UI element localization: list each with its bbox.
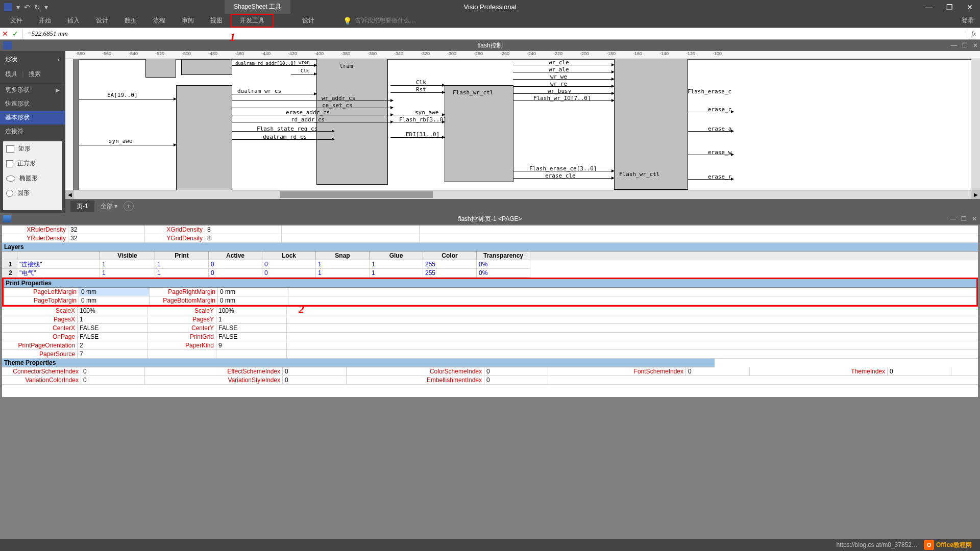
label: wr_cle [549, 59, 569, 66]
sub-minimize-icon[interactable]: — [950, 215, 956, 222]
label: wr_busy [548, 88, 571, 94]
save-icon[interactable]: ▾ [16, 3, 20, 11]
tell-me[interactable]: 💡 告诉我您想要做什么... [343, 16, 415, 25]
quick-shapes[interactable]: 快速形状 [0, 97, 65, 111]
ribbon: 文件 开始 插入 设计 数据 流程 审阅 视图 开发工具 设计 💡 告诉我您想要… [0, 14, 980, 28]
basic-shapes[interactable]: 基本形状 [0, 111, 65, 124]
block[interactable] [181, 60, 232, 75]
close-icon[interactable]: ✕ [960, 0, 980, 14]
collapse-icon[interactable]: ‹ [58, 56, 60, 63]
section-layers[interactable]: Layers [2, 243, 978, 252]
scroll-right-icon[interactable]: ▶ [971, 190, 980, 199]
formula-input[interactable] [25, 30, 967, 38]
shapesheet-icon [3, 215, 11, 222]
sub-close-icon[interactable]: ✕ [972, 215, 977, 222]
title-bar: ▾ ↶ ↻ ▾ ShapeSheet 工具 Visio Professional… [0, 0, 980, 14]
wire [291, 65, 316, 66]
qat-more-icon[interactable]: ▾ [44, 3, 48, 11]
page-surface: lram Flash_wr_ctl Flash_wr_ctl EA[19..0]… [79, 59, 971, 190]
drawing-canvas[interactable]: lram Flash_wr_ctl Flash_wr_ctl EA[19..0]… [74, 59, 971, 190]
stencil-tab[interactable]: 模具 [5, 70, 17, 78]
annotation-2: 2 [299, 303, 304, 316]
search-tab[interactable]: 搜索 [29, 70, 41, 78]
block[interactable] [176, 85, 232, 190]
label: Flash_wr_ctl [453, 89, 493, 96]
page-tab-all[interactable]: 全部 ▾ [101, 202, 117, 211]
block-right[interactable] [614, 59, 688, 190]
shape-square[interactable]: 正方形 [3, 156, 62, 171]
label: Flash_wr_IO[7..0] [533, 95, 591, 102]
tab-process[interactable]: 流程 [145, 14, 174, 28]
more-shapes[interactable]: 更多形状 ▶ [0, 83, 65, 97]
restore-icon[interactable]: ❐ [939, 0, 960, 14]
label: erase_r [708, 173, 731, 180]
label: Flash_wr_ctl [619, 171, 659, 178]
doc-minimize-icon[interactable]: — [951, 42, 957, 49]
rectangle-icon [6, 145, 14, 153]
shape-circle[interactable]: 圆形 [3, 186, 62, 201]
sub-restore-icon[interactable]: ❐ [961, 215, 967, 222]
label: wr_we [550, 73, 567, 80]
shapes-title: 形状 [5, 55, 17, 64]
doc-restore-icon[interactable]: ❐ [962, 42, 968, 49]
login-link[interactable]: 登录 [962, 16, 974, 25]
square-icon [6, 160, 13, 167]
tab-design2[interactable]: 设计 [294, 14, 323, 28]
hscrollbar[interactable]: ◀ ▶ [65, 190, 980, 199]
label: syn_awe [415, 109, 438, 116]
block-flash-wr-ctl[interactable] [445, 85, 513, 182]
shapesheet-title: flash控制:页-1 <PAGE> [458, 215, 522, 223]
scroll-thumb[interactable] [280, 191, 433, 198]
connectors[interactable]: 连接符 [0, 124, 65, 138]
contextual-tab[interactable]: ShapeSheet 工具 [225, 0, 290, 14]
status-bar: https://blog.cs at/m0_37852… O Office教程网 [0, 539, 980, 551]
minimize-icon[interactable]: — [919, 0, 939, 14]
undo-icon[interactable]: ↶ [24, 3, 30, 11]
shape-rectangle[interactable]: 矩形 [3, 141, 62, 156]
formula-cancel-icon[interactable]: ✕ [0, 30, 10, 38]
bulb-icon: 💡 [343, 17, 352, 25]
label: wren [299, 60, 310, 65]
shapes-panel: 形状 ‹ 模具 | 搜索 更多形状 ▶ 快速形状 基本形状 连接符 矩形 正方形… [0, 51, 65, 213]
label: syn_awe [109, 138, 132, 144]
label: dualram_rd_cs [263, 134, 307, 140]
wire [291, 74, 316, 74]
doc-icon [3, 41, 12, 49]
annotation-1: 1 [230, 31, 235, 44]
tab-home[interactable]: 开始 [31, 14, 59, 28]
fx-icon[interactable]: fx [967, 30, 980, 38]
doc-title-bar: flash控制 — ❐ ✕ [0, 40, 980, 51]
block[interactable] [145, 59, 176, 78]
wire [232, 108, 393, 108]
formula-bar: ✕ ✓ fx [0, 28, 980, 40]
separator [22, 29, 23, 38]
shape-ellipse[interactable]: 椭圆形 [3, 171, 62, 186]
wire [232, 101, 393, 101]
tab-design[interactable]: 设计 [88, 14, 116, 28]
layers-header: VisiblePrintActiveLockSnapGlueColorTrans… [2, 252, 978, 260]
tab-data[interactable]: 数据 [116, 14, 145, 28]
label: Clk [416, 79, 426, 86]
page-tab-1[interactable]: 页-1 [70, 201, 94, 212]
section-theme[interactable]: Theme Properties [2, 359, 715, 367]
section-print[interactable]: Print Properties [4, 279, 976, 288]
tab-view[interactable]: 视图 [202, 14, 231, 28]
shapesheet-area: XRulerDensity32XGridDensity8YRulerDensit… [0, 224, 980, 398]
wire [79, 145, 176, 145]
tab-developer[interactable]: 开发工具 [231, 14, 274, 28]
label: erase_a [708, 126, 731, 132]
label: ce_set_cs [322, 102, 353, 109]
formula-enter-icon[interactable]: ✓ [10, 30, 20, 38]
tab-insert[interactable]: 插入 [59, 14, 88, 28]
tab-file[interactable]: 文件 [0, 14, 31, 28]
label: Rst [416, 86, 426, 93]
status-url: https://blog.cs at/m0_37852… [837, 541, 918, 548]
vscrollbar[interactable] [971, 59, 980, 190]
label: erase_cle [545, 172, 576, 179]
shapesheet-grid[interactable]: XRulerDensity32XGridDensity8YRulerDensit… [2, 226, 978, 397]
tab-review[interactable]: 审阅 [174, 14, 202, 28]
add-page-button[interactable]: + [124, 201, 134, 211]
doc-close-icon[interactable]: ✕ [973, 42, 978, 49]
redo-icon[interactable]: ↻ [34, 3, 40, 11]
scroll-left-icon[interactable]: ◀ [65, 190, 74, 199]
